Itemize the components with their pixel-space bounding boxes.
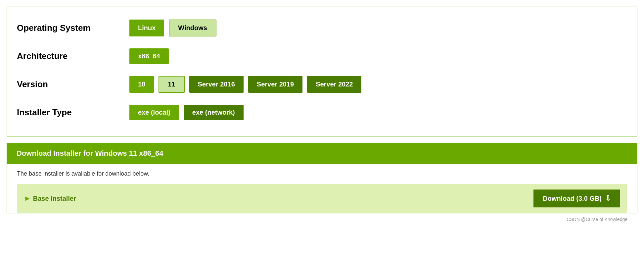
os-label: Operating System [17, 23, 129, 33]
version-server2019-button[interactable]: Server 2019 [248, 76, 302, 93]
installer-arrow-icon: ► [24, 194, 31, 203]
os-buttons: Linux Windows [129, 20, 216, 36]
arch-row: Architecture x86_64 [17, 42, 627, 70]
arch-buttons: x86_64 [129, 48, 169, 64]
version-buttons: 10 11 Server 2016 Server 2019 Server 202… [129, 76, 361, 93]
download-header-text: Download Installer for Windows 11 x86_64 [17, 149, 163, 157]
download-button[interactable]: Download (3.0 GB) ⇩ [533, 190, 620, 207]
installer-type-row: Installer Type exe (local) exe (network) [17, 99, 627, 126]
os-row: Operating System Linux Windows [17, 14, 627, 42]
version-label: Version [17, 79, 129, 89]
download-icon: ⇩ [605, 194, 611, 203]
version-11-button[interactable]: 11 [159, 76, 184, 93]
os-linux-button[interactable]: Linux [129, 20, 164, 36]
installer-row: ► Base Installer Download (3.0 GB) ⇩ [17, 184, 627, 213]
version-server2016-button[interactable]: Server 2016 [189, 76, 244, 93]
version-row: Version 10 11 Server 2016 Server 2019 Se… [17, 70, 627, 99]
download-body: The base installer is available for down… [7, 164, 637, 213]
installer-label-text: Base Installer [33, 195, 76, 202]
os-windows-button[interactable]: Windows [169, 20, 216, 36]
version-10-button[interactable]: 10 [129, 76, 154, 93]
installer-type-buttons: exe (local) exe (network) [129, 105, 244, 120]
arch-x86-button[interactable]: x86_64 [129, 48, 169, 64]
arch-label: Architecture [17, 51, 129, 61]
installer-label: ► Base Installer [24, 194, 76, 203]
watermark-text: CSDN @Curse of Knowledge [567, 217, 627, 222]
watermark: CSDN @Curse of Knowledge [7, 213, 637, 225]
main-container: Operating System Linux Windows Architect… [0, 7, 644, 225]
selector-section: Operating System Linux Windows Architect… [7, 7, 637, 137]
download-description: The base installer is available for down… [17, 170, 627, 177]
version-server2022-button[interactable]: Server 2022 [307, 76, 361, 93]
installer-network-button[interactable]: exe (network) [184, 105, 244, 120]
download-button-text: Download (3.0 GB) [543, 195, 602, 202]
installer-type-label: Installer Type [17, 107, 129, 118]
download-header: Download Installer for Windows 11 x86_64 [7, 143, 637, 164]
installer-local-button[interactable]: exe (local) [129, 105, 179, 120]
